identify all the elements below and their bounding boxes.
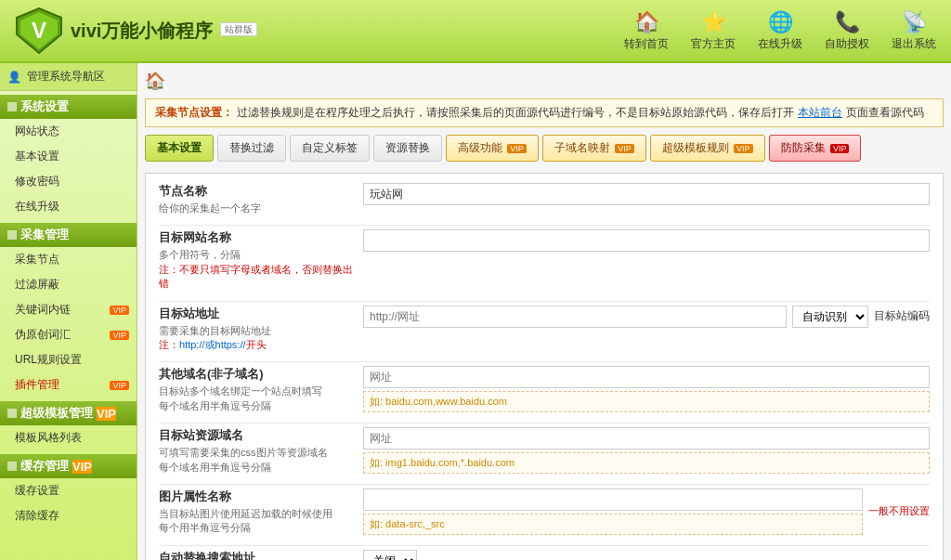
- auto-replace-search-title: 自动替换搜索地址: [159, 550, 354, 560]
- target-site-url-field-col: 自动识别 目标站编码: [363, 306, 930, 328]
- img-attr-name-desc: 当目标站图片使用延迟加载的时候使用: [159, 507, 354, 521]
- tab-filter[interactable]: 替换过滤: [217, 135, 286, 162]
- logo-area: V vivi万能小偷程序 站群版: [15, 7, 257, 55]
- anti-collect-vip-badge: VIP: [830, 144, 850, 153]
- nav-exit[interactable]: 📡 退出系统: [892, 10, 936, 52]
- tab-custom-tag[interactable]: 自定义标签: [290, 135, 370, 162]
- img-attr-name-input[interactable]: [363, 488, 863, 511]
- logo-icon: V: [15, 7, 63, 55]
- cache-vip-badge: VIP: [72, 460, 92, 474]
- divider-6: [159, 545, 930, 546]
- basic-settings-label: 基本设置: [15, 149, 59, 164]
- target-site-url-input[interactable]: [363, 306, 787, 328]
- target-resource-domain-input[interactable]: [363, 427, 930, 449]
- other-domains-field-col: 如: baidu.com,www.baidu.com: [363, 366, 930, 412]
- section-cache-title: 缓存管理: [20, 458, 69, 475]
- img-attr-name-placeholder-example: 如: data-src,_src: [363, 514, 863, 535]
- sidebar-item-collect-nodes[interactable]: 采集节点: [0, 247, 137, 272]
- divider-4: [159, 423, 930, 423]
- sidebar-admin-bar: 👤 管理系统导航区: [0, 63, 137, 91]
- target-resource-domain-label-col: 目标站资源域名 可填写需要采集的css图片等资源域名 每个域名用半角逗号分隔: [159, 427, 363, 475]
- tab-basic[interactable]: 基本设置: [145, 135, 214, 162]
- tab-resource-replace[interactable]: 资源替换: [373, 135, 442, 162]
- target-site-url-desc: 需要采集的目标网站地址: [159, 324, 354, 338]
- node-name-title: 节点名称: [159, 183, 354, 200]
- advanced-tab-label: 高级功能: [458, 141, 502, 154]
- img-attr-hint: 一般不用设置: [868, 504, 930, 518]
- form-row-auto-replace-search: 自动替换搜索地址 选择此项就不用填写目标站搜索地址了 关闭 开启: [159, 550, 930, 560]
- change-pwd-label: 修改密码: [15, 174, 59, 189]
- super-template-rule-label: 超级模板规则: [662, 141, 729, 154]
- sidebar-item-keyword-links[interactable]: 关键词内链 VIP: [0, 297, 137, 322]
- notice-label: 采集节点设置：: [155, 105, 233, 121]
- target-resource-domain-field-col: 如: img1.baidu.com,*.baidu.com: [363, 427, 930, 474]
- sidebar-item-clear-cache[interactable]: 清除缓存: [0, 503, 137, 528]
- super-template-section-icon: [7, 409, 17, 418]
- target-site-name-desc: 多个用符号，分隔: [159, 248, 354, 262]
- template-list-label: 模板风格列表: [15, 430, 82, 446]
- nav-official[interactable]: ⭐ 官方主页: [691, 10, 736, 52]
- other-domains-label-col: 其他域名(非子域名) 目标站多个域名绑定一个站点时填写 每个域名用半角逗号分隔: [159, 366, 363, 413]
- node-name-input[interactable]: [363, 183, 930, 205]
- nav-home[interactable]: 🏠 转到首页: [624, 10, 669, 52]
- img-attr-name-title: 图片属性名称: [159, 488, 354, 505]
- auto-replace-search-label-col: 自动替换搜索地址 选择此项就不用填写目标站搜索地址了: [159, 550, 363, 560]
- sidebar-item-change-pwd[interactable]: 修改密码: [0, 169, 137, 194]
- other-domains-desc: 目标站多个域名绑定一个站点时填写: [159, 384, 354, 398]
- anti-collect-label: 防防采集: [781, 141, 826, 154]
- sidebar-item-cache-settings[interactable]: 缓存设置: [0, 478, 137, 503]
- sidebar-item-basic-settings[interactable]: 基本设置: [0, 144, 137, 169]
- target-resource-domain-title: 目标站资源域名: [159, 427, 354, 444]
- tab-anti-collect[interactable]: 防防采集 VIP: [769, 135, 862, 162]
- node-name-field-col: [363, 183, 930, 205]
- section-collect-header: 采集管理: [0, 223, 137, 247]
- section-system: 系统设置 网站状态 基本设置 修改密码 在线升级: [0, 95, 137, 219]
- sidebar-admin-label: 管理系统导航区: [27, 69, 105, 85]
- other-domains-input[interactable]: [363, 366, 930, 388]
- notice-link-suffix: 页面查看源代码: [846, 105, 924, 121]
- sidebar-item-plugin-mgr[interactable]: 插件管理 VIP: [0, 372, 137, 397]
- nav-auth[interactable]: 📞 自助授权: [825, 10, 869, 52]
- layout: 👤 管理系统导航区 系统设置 网站状态 基本设置 修改密码 在线升级: [0, 63, 951, 560]
- auto-replace-search-select[interactable]: 关闭 开启: [363, 550, 417, 560]
- target-resource-domain-desc2: 每个域名用半角逗号分隔: [159, 461, 354, 475]
- divider-3: [159, 361, 930, 362]
- target-resource-domain-placeholder-example: 如: img1.baidu.com,*.baidu.com: [363, 452, 930, 474]
- section-cache-header: 缓存管理 VIP: [0, 454, 137, 478]
- clear-cache-label: 清除缓存: [15, 508, 59, 524]
- form-row-target-site-url: 目标站地址 需要采集的目标网站地址 注：http://或https://开头 自…: [159, 306, 930, 353]
- img-attr-name-label-col: 图片属性名称 当目标站图片使用延迟加载的时候使用 每个用半角逗号分隔: [159, 488, 363, 536]
- section-super-template-title: 超级模板管理: [20, 405, 93, 422]
- tab-advanced[interactable]: 高级功能 VIP: [446, 135, 539, 162]
- sidebar-item-template-list[interactable]: 模板风格列表: [0, 425, 137, 450]
- section-icon: [7, 102, 17, 111]
- auth-nav-label: 自助授权: [825, 36, 869, 52]
- sidebar-item-filter-mask[interactable]: 过滤屏蔽: [0, 272, 137, 297]
- sidebar-item-upgrade[interactable]: 在线升级: [0, 194, 137, 219]
- target-site-encoding-select[interactable]: 自动识别: [792, 306, 868, 328]
- section-system-header: 系统设置: [0, 95, 137, 119]
- form-row-other-domains: 其他域名(非子域名) 目标站多个域名绑定一个站点时填写 每个域名用半角逗号分隔 …: [159, 366, 930, 413]
- svg-text:V: V: [32, 18, 46, 43]
- notice-link[interactable]: 本站前台: [798, 105, 842, 121]
- target-site-name-input[interactable]: [363, 229, 930, 252]
- plugin-vip-badge: VIP: [110, 381, 129, 390]
- sidebar-item-site-status[interactable]: 网站状态: [0, 119, 137, 144]
- other-domains-input-wrapper: 如: baidu.com,www.baidu.com: [363, 366, 930, 412]
- section-collect: 采集管理 采集节点 过滤屏蔽 关键词内链 VIP 伪原创词汇 VIP URL规则…: [0, 223, 137, 397]
- target-site-name-field-col: [363, 229, 930, 252]
- tab-subdomain-map[interactable]: 子域名映射 VIP: [542, 135, 646, 162]
- advanced-vip-badge: VIP: [507, 144, 527, 153]
- other-domains-desc2: 每个域名用半角逗号分隔: [159, 399, 354, 413]
- section-super-template: 超级模板管理 VIP 模板风格列表: [0, 401, 137, 450]
- target-site-url-title: 目标站地址: [159, 306, 354, 322]
- form-section: 节点名称 给你的采集起一个名字 目标网站名称 多个用符号，分隔 注：不要只填写字…: [145, 173, 944, 560]
- logo-text-container: vivi万能小偷程序 站群版: [71, 19, 257, 44]
- nav-upgrade[interactable]: 🌐 在线升级: [758, 10, 802, 52]
- section-super-template-header: 超级模板管理 VIP: [0, 401, 137, 425]
- sidebar-item-url-rules[interactable]: URL规则设置: [0, 347, 137, 372]
- divider-1: [159, 225, 930, 226]
- sidebar-item-fake-original[interactable]: 伪原创词汇 VIP: [0, 322, 137, 347]
- form-row-target-resource-domain: 目标站资源域名 可填写需要采集的css图片等资源域名 每个域名用半角逗号分隔 如…: [159, 427, 930, 475]
- tab-super-template-rule[interactable]: 超级模板规则 VIP: [650, 135, 765, 162]
